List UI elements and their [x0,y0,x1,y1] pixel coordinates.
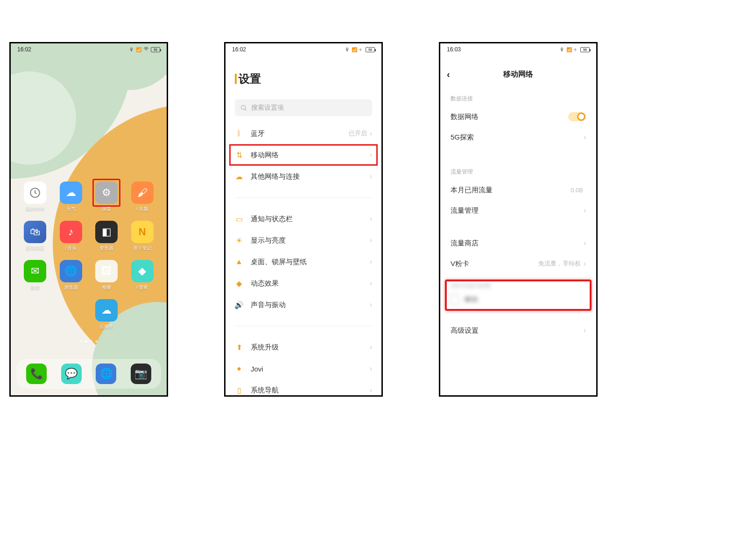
speaker-icon: 🔊 [235,301,243,309]
sim-icon [451,294,459,305]
row-jovi[interactable]: ● Jovi › [226,358,381,379]
chevron-right-icon: › [370,236,372,245]
section-traffic: 流量管理 [440,160,596,180]
wifi-icon [143,46,149,53]
back-button[interactable]: ‹ [447,69,450,80]
wifi-icon: ᯤ [574,47,578,52]
app-clock[interactable]: 闹钟时钟 [17,182,53,212]
cloud-icon: ☁ [95,299,118,322]
browser-dock-icon[interactable]: 🌐 [96,364,116,384]
signal-icon: 📶 [352,47,357,52]
app-manager[interactable]: ◆ i 管家 [125,260,161,291]
search-placeholder: 搜索设置项 [251,104,284,112]
wifi-icon: ᯤ [359,47,364,52]
row-mobile-network[interactable]: ⇅ 移动网络 › [226,144,381,166]
row-sound-vibration[interactable]: 🔊 声音与振动 › [226,294,381,315]
camera-icon[interactable]: 📷 [131,364,151,384]
row-desktop-lock-wallpaper[interactable]: ▲ 桌面、锁屏与壁纸 › [226,251,381,273]
app-transform[interactable]: ◧ 变形器 [89,221,125,252]
row-display[interactable]: ☀ 显示与亮度 › [226,230,381,251]
app-cloud[interactable]: ☁ 云服务 [89,299,125,330]
chevron-right-icon: › [370,364,372,373]
svg-point-1 [241,105,246,109]
chevron-right-icon: › [370,258,372,266]
app-notes[interactable]: N 原子笔记 [125,221,161,252]
row-system-nav[interactable]: ▯ 系统导航 › [226,379,381,397]
chevron-right-icon: › [370,172,372,181]
battery-icon: 50 [580,47,590,52]
status-bar: 16:03 🎙 📶 ᯤ 50 [440,43,596,56]
weather-icon: ☁ [60,182,82,204]
highlight-box [229,144,378,166]
clock-text: 16:02 [17,46,31,53]
chevron-right-icon: › [584,206,586,215]
gallery-icon: 🖼 [95,260,118,282]
row-sim-card[interactable]: 移动 [440,291,596,308]
mic-icon: 🎙 [560,47,564,52]
row-traffic-manager[interactable]: 流量管理 › [440,200,596,221]
diamond-icon: ◆ [235,279,243,287]
app-weather[interactable]: ☁ 天气 [53,182,89,212]
app-grid: 闹钟时钟 ☁ 天气 ⚙ 设置 🖌 i 主题 🛍 应用商店 ♪ i [11,182,167,330]
row-traffic-store[interactable]: 流量商店 › [440,233,596,253]
clock-text: 16:03 [447,46,461,53]
mic-icon: 🎙 [129,47,134,52]
search-input[interactable]: 搜索设置项 [235,99,372,116]
row-other-networks[interactable]: ☁ 其他网络与连接 › [226,166,381,187]
app-gallery[interactable]: 🖼 相册 [89,260,125,291]
bars-icon: ▯ [235,386,243,394]
page-title: 移动网络 [503,70,533,79]
app-settings[interactable]: ⚙ 设置 [89,182,125,212]
clock-icon [24,182,46,204]
row-notifications[interactable]: ▭ 通知与状态栏 › [226,208,381,230]
phone-mobile-network: 16:03 🎙 📶 ᯤ 50 ‹ 移动网络 数据连接 数据网络 5G探索 › 流… [439,42,598,397]
arrow-up-icon: ⬆ [235,343,243,351]
chevron-right-icon: › [584,259,586,268]
status-icons: 🎙 📶 ᯤ 50 [345,47,375,52]
page-title: 设置 [226,56,381,95]
app-music[interactable]: ♪ i 音乐 [53,221,89,252]
phone-settings: 16:02 🎙 📶 ᯤ 50 设置 搜索设置项 ᛒ 蓝牙 已开启 › ⇅ [224,42,383,397]
chevron-right-icon: › [584,239,586,247]
sun-icon: ☀ [235,236,243,245]
row-5g[interactable]: 5G探索 › [440,127,596,147]
chevron-right-icon: › [370,343,372,351]
chevron-right-icon: › [370,301,372,309]
paintbrush-icon: 🖌 [131,182,154,204]
chevron-right-icon: › [584,326,586,335]
chevron-right-icon: › [370,386,372,394]
row-system-upgrade[interactable]: ⬆ 系统升级 › [226,336,381,358]
page-indicator[interactable] [11,340,167,343]
signal-icon: 📶 [566,47,572,52]
app-theme[interactable]: 🖌 i 主题 [125,182,161,212]
section-data-connection: 数据连接 [440,86,596,106]
bluetooth-icon: ᛒ [235,129,243,138]
row-advanced[interactable]: 高级设置 › [440,320,596,341]
sim-section: SIM卡信息与设置 移动 [440,282,596,308]
globe-icon: 🌐 [60,260,82,282]
signal-icon: 📶 [136,47,141,52]
gear-icon: ⚙ [95,182,118,204]
mic-icon: 🎙 [345,47,350,52]
app-browser[interactable]: 🌐 浏览器 [53,260,89,291]
toggle-data-network[interactable] [568,112,586,121]
chevron-right-icon: › [370,129,372,138]
dock: 📞 💬 🌐 📷 [16,359,161,389]
row-data-network[interactable]: 数据网络 [440,106,596,127]
clock-text: 16:02 [232,46,246,53]
rectangle-icon: ▭ [235,215,243,223]
search-icon [240,105,247,112]
page-header: ‹ 移动网络 [440,62,596,86]
row-vcard[interactable]: V粉卡 免流量，享特权 › [440,253,596,274]
status-bar: 16:02 🎙 📶 50 [11,43,167,56]
row-motion-effects[interactable]: ◆ 动态效果 › [226,273,381,294]
row-bluetooth[interactable]: ᛒ 蓝牙 已开启 › [226,123,381,144]
battery-icon: 50 [151,47,160,52]
app-store[interactable]: 🛍 应用商店 [17,221,53,252]
messages-icon[interactable]: 💬 [61,364,82,384]
row-month-usage[interactable]: 本月已用流量 0.0B [440,180,596,200]
wechat-icon: ✉ [24,260,46,282]
phone-icon[interactable]: 📞 [26,364,47,384]
app-wechat[interactable]: ✉ 微信 [17,260,53,291]
status-bar: 16:02 🎙 📶 ᯤ 50 [226,43,381,56]
